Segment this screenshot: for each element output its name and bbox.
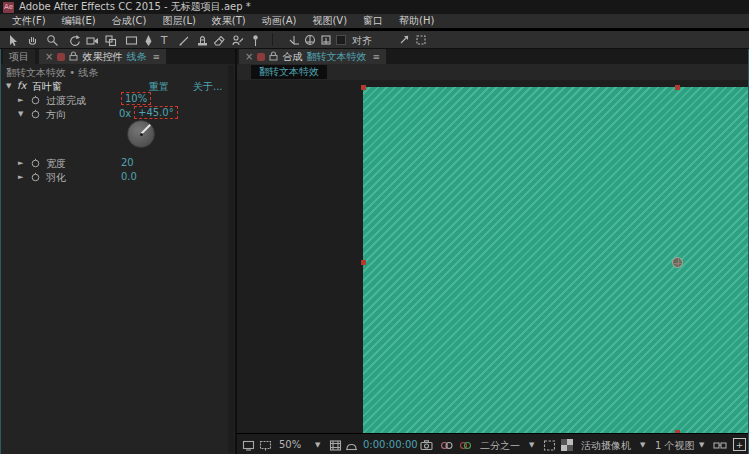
property-expander-icon[interactable]: ► (18, 173, 23, 181)
camera-dropdown-icon[interactable]: ▼ (640, 441, 645, 449)
type-tool-icon[interactable]: T (156, 32, 172, 48)
direction-dial[interactable] (127, 120, 155, 148)
property-expander-icon[interactable]: ▼ (18, 110, 23, 118)
menu-view[interactable]: 视图(V) (304, 14, 355, 28)
tab-project[interactable]: 项目 (3, 49, 35, 64)
always-preview-icon[interactable] (242, 439, 255, 454)
transition-completion-value[interactable]: 10% (125, 93, 147, 104)
region-of-interest-icon[interactable] (543, 439, 556, 454)
window-title: Adobe After Effects CC 2015 - 无标题项目.aep … (19, 0, 251, 14)
annotation-highlight: +45.0° (134, 106, 178, 119)
view-count-dropdown-icon[interactable]: ▼ (699, 441, 704, 449)
menu-effect[interactable]: 效果(T) (204, 14, 254, 28)
goggles-icon[interactable] (713, 439, 727, 454)
toolbar-divider (272, 33, 273, 46)
hand-tool-icon[interactable] (24, 32, 40, 48)
reset-button[interactable]: 重置 (149, 80, 169, 94)
effect-panel-scrollbar[interactable] (228, 65, 234, 453)
about-button[interactable]: 关于... (193, 80, 223, 94)
world-axis-mode-icon[interactable] (302, 32, 318, 48)
magnification-dropdown-icon[interactable]: ▼ (315, 441, 320, 449)
clone-stamp-tool-icon[interactable] (194, 32, 210, 48)
snapping-checkbox[interactable] (336, 35, 346, 45)
puppet-pin-tool-icon[interactable] (247, 32, 263, 48)
tab-effect-controls-label: 效果控件 (82, 50, 122, 64)
panel-menu-icon[interactable]: ≡ (372, 52, 380, 62)
lock-icon (269, 51, 282, 63)
pen-tool-icon[interactable] (140, 32, 156, 48)
selection-tool-icon[interactable] (4, 32, 20, 48)
comp-status-bar: 50% ▼ 0:00:00:00 二分之一 ▼ 活动摄像机 (237, 433, 748, 454)
tab-effect-controls[interactable]: × 效果控件 线条 ≡ (39, 49, 166, 64)
annotation-highlight: 10% (121, 92, 151, 105)
timecode-value[interactable]: 0:00:00:00 (363, 439, 418, 450)
pan-behind-tool-icon[interactable] (102, 32, 118, 48)
stopwatch-icon[interactable] (31, 109, 40, 121)
view-axis-mode-icon[interactable] (318, 32, 334, 48)
layer-handle-top-center[interactable] (675, 85, 680, 90)
menu-window[interactable]: 窗口 (355, 14, 391, 28)
close-icon[interactable]: × (45, 51, 53, 62)
direction-value[interactable]: +45.0° (138, 107, 174, 118)
mask-visibility-icon[interactable] (345, 439, 358, 454)
brush-tool-icon[interactable] (176, 32, 192, 48)
property-expander-icon[interactable]: ► (18, 96, 23, 104)
menu-bar: 文件(F) 编辑(E) 合成(C) 图层(L) 效果(T) 动画(A) 视图(V… (0, 14, 749, 28)
snapping-label[interactable]: 对齐 (352, 34, 372, 48)
transparency-grid-icon[interactable] (561, 439, 573, 451)
width-value[interactable]: 20 (121, 157, 134, 168)
property-label: 方向 (46, 108, 66, 122)
direction-value-prefix[interactable]: 0x (119, 108, 131, 119)
stopwatch-icon[interactable] (31, 158, 40, 170)
channel-settings-icon[interactable] (459, 439, 473, 454)
fx-badge[interactable]: fx (17, 80, 26, 91)
effect-expander-icon[interactable]: ▼ (6, 82, 11, 90)
pixel-aspect-correction-icon[interactable]: + (733, 438, 746, 451)
layer-anchor-point[interactable] (672, 257, 683, 268)
menu-file[interactable]: 文件(F) (4, 14, 54, 28)
property-row-transition: ► 过渡完成 10% (1, 94, 227, 107)
marquee-options-icon[interactable] (413, 32, 429, 48)
expand-arrow-icon[interactable] (396, 32, 412, 48)
layer-handle-left-center[interactable] (361, 260, 366, 265)
stopwatch-icon[interactable] (31, 172, 40, 184)
stopwatch-icon[interactable] (31, 95, 40, 107)
show-snapshot-icon[interactable] (440, 439, 454, 454)
tab-composition[interactable]: × 合成 翻转文本特效 ≡ (239, 49, 386, 64)
safe-guides-icon[interactable] (329, 439, 342, 454)
panel-chip-icon (57, 53, 65, 61)
ae-window: Ae Adobe After Effects CC 2015 - 无标题项目.a… (0, 0, 749, 454)
menu-layer[interactable]: 图层(L) (154, 14, 203, 28)
zoom-tool-icon[interactable] (44, 32, 60, 48)
menu-edit[interactable]: 编辑(E) (54, 14, 104, 28)
property-row-width: ► 宽度 20 (1, 157, 227, 170)
magnification-value[interactable]: 50% (279, 439, 301, 450)
menu-help[interactable]: 帮助(H) (391, 14, 442, 28)
rotation-tool-icon[interactable] (66, 32, 82, 48)
comp-layer[interactable] (363, 87, 748, 433)
snapshot-icon[interactable] (420, 439, 434, 454)
resolution-dropdown-icon[interactable]: ▼ (529, 441, 534, 449)
view-count-value[interactable]: 1 个视图 (655, 439, 695, 453)
layer-handle-top-left[interactable] (361, 85, 366, 90)
property-label: 羽化 (46, 171, 66, 185)
camera-tool-icon[interactable] (84, 32, 100, 48)
panel-menu-icon[interactable]: ≡ (152, 52, 160, 62)
monitor-icon[interactable] (259, 439, 272, 454)
resolution-value[interactable]: 二分之一 (480, 439, 520, 453)
shape-tool-icon[interactable] (123, 32, 139, 48)
close-icon[interactable]: × (245, 51, 253, 62)
property-row-feather: ► 羽化 0.0 (1, 171, 227, 184)
feather-value[interactable]: 0.0 (121, 171, 137, 182)
comp-breadcrumb[interactable]: 翻转文本特效 (251, 65, 327, 79)
comp-viewer[interactable] (237, 80, 748, 433)
local-axis-mode-icon[interactable] (286, 32, 302, 48)
property-expander-icon[interactable]: ► (18, 159, 23, 167)
menu-animation[interactable]: 动画(A) (254, 14, 305, 28)
roto-brush-tool-icon[interactable] (229, 32, 245, 48)
app-icon: Ae (3, 2, 14, 13)
eraser-tool-icon[interactable] (211, 32, 227, 48)
menu-composition[interactable]: 合成(C) (104, 14, 155, 28)
property-label: 宽度 (46, 157, 66, 171)
active-camera-value[interactable]: 活动摄像机 (581, 439, 631, 453)
